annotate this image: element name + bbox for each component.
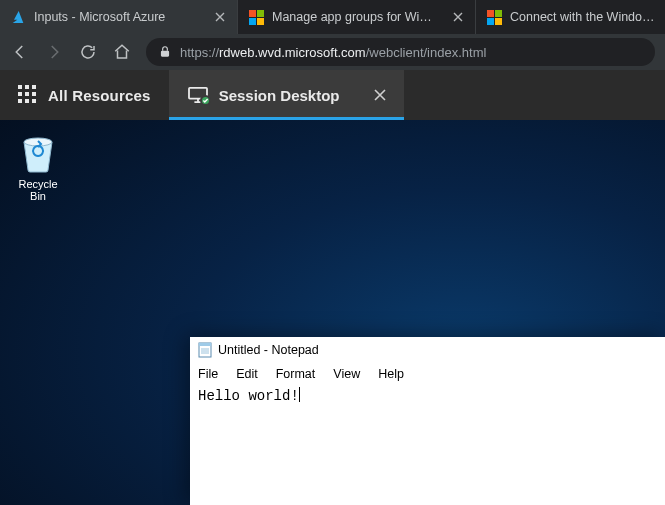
svg-rect-8 — [25, 99, 29, 103]
browser-tab-title: Connect with the Windows — [510, 10, 655, 24]
microsoft-icon — [486, 9, 502, 25]
all-resources-button[interactable]: All Resources — [0, 70, 169, 120]
close-icon[interactable] — [213, 10, 227, 24]
connected-badge-icon — [200, 95, 211, 106]
notepad-icon — [198, 342, 212, 358]
svg-rect-6 — [32, 92, 36, 96]
url-text: https://rdweb.wvd.microsoft.com/webclien… — [180, 45, 486, 60]
forward-icon[interactable] — [44, 42, 64, 62]
recycle-bin-label: Recycle Bin — [10, 178, 66, 202]
page-content: All Resources Session Desktop — [0, 70, 665, 505]
browser-navbar: https://rdweb.wvd.microsoft.com/webclien… — [0, 34, 665, 70]
notepad-content: Hello world! — [198, 388, 299, 404]
svg-rect-7 — [18, 99, 22, 103]
svg-rect-3 — [32, 85, 36, 89]
menu-edit[interactable]: Edit — [236, 367, 258, 381]
monitor-icon — [187, 86, 209, 104]
svg-rect-1 — [18, 85, 22, 89]
browser-tab-strip: Inputs - Microsoft Azure Manage app grou… — [0, 0, 665, 34]
svg-rect-9 — [32, 99, 36, 103]
grid-icon — [18, 85, 36, 106]
browser-tab-title: Manage app groups for Window — [272, 10, 432, 24]
menu-view[interactable]: View — [333, 367, 360, 381]
close-icon[interactable] — [374, 87, 386, 104]
wvd-toolbar: All Resources Session Desktop — [0, 70, 665, 120]
session-tab-label: Session Desktop — [219, 87, 340, 104]
reload-icon[interactable] — [78, 42, 98, 62]
menu-file[interactable]: File — [198, 367, 218, 381]
menu-help[interactable]: Help — [378, 367, 404, 381]
notepad-titlebar[interactable]: Untitled - Notepad — [190, 337, 665, 363]
azure-icon — [10, 9, 26, 25]
session-tab[interactable]: Session Desktop — [169, 70, 404, 120]
browser-tab[interactable]: Manage app groups for Window — [238, 0, 476, 34]
notepad-menubar: File Edit Format View Help — [190, 363, 665, 385]
text-caret — [299, 387, 300, 402]
svg-rect-0 — [161, 51, 169, 57]
svg-rect-4 — [18, 92, 22, 96]
notepad-title: Untitled - Notepad — [218, 343, 319, 357]
svg-rect-5 — [25, 92, 29, 96]
microsoft-icon — [248, 9, 264, 25]
address-bar[interactable]: https://rdweb.wvd.microsoft.com/webclien… — [146, 38, 655, 66]
svg-rect-2 — [25, 85, 29, 89]
browser-tab-title: Inputs - Microsoft Azure — [34, 10, 165, 24]
back-icon[interactable] — [10, 42, 30, 62]
notepad-window[interactable]: Untitled - Notepad File Edit Format View… — [190, 337, 665, 505]
svg-rect-13 — [199, 343, 211, 346]
all-resources-label: All Resources — [48, 87, 151, 104]
lock-icon — [158, 45, 172, 59]
browser-tab[interactable]: Inputs - Microsoft Azure — [0, 0, 238, 34]
menu-format[interactable]: Format — [276, 367, 316, 381]
browser-tab[interactable]: Connect with the Windows — [476, 0, 665, 34]
home-icon[interactable] — [112, 42, 132, 62]
notepad-textarea[interactable]: Hello world! — [190, 385, 665, 413]
close-icon[interactable] — [451, 10, 465, 24]
recycle-bin-icon[interactable]: Recycle Bin — [10, 130, 66, 202]
